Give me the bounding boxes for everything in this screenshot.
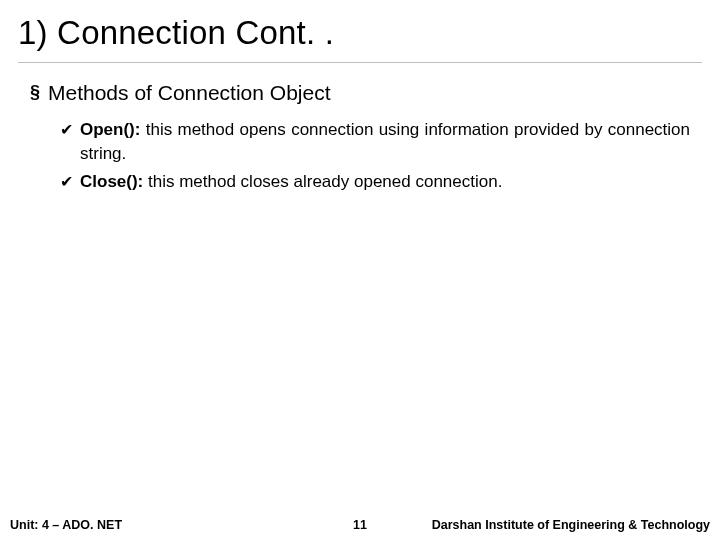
method-desc: this method opens connection using infor…: [80, 120, 690, 163]
footer-page-number: 11: [330, 518, 390, 532]
content-area: § Methods of Connection Object ✔ Open():…: [18, 63, 702, 194]
section-heading-row: § Methods of Connection Object: [30, 79, 702, 106]
section-bullet-icon: §: [30, 79, 48, 106]
check-icon: ✔: [60, 170, 80, 194]
section-heading-text: Methods of Connection Object: [48, 79, 331, 106]
list-item-text: Open(): this method opens connection usi…: [80, 118, 702, 166]
footer: Unit: 4 – ADO. NET 11 Darshan Institute …: [0, 518, 720, 532]
list-item: ✔ Open(): this method opens connection u…: [60, 118, 702, 166]
list-item: ✔ Close(): this method closes already op…: [60, 170, 702, 194]
footer-institute: Darshan Institute of Engineering & Techn…: [390, 518, 710, 532]
method-name: Open():: [80, 120, 140, 139]
check-icon: ✔: [60, 118, 80, 142]
slide: 1) Connection Cont. . § Methods of Conne…: [0, 0, 720, 540]
method-name: Close():: [80, 172, 143, 191]
method-desc: this method closes already opened connec…: [143, 172, 502, 191]
footer-unit: Unit: 4 – ADO. NET: [10, 518, 330, 532]
method-list: ✔ Open(): this method opens connection u…: [30, 112, 702, 194]
page-title: 1) Connection Cont. .: [18, 10, 702, 63]
list-item-text: Close(): this method closes already open…: [80, 170, 702, 194]
